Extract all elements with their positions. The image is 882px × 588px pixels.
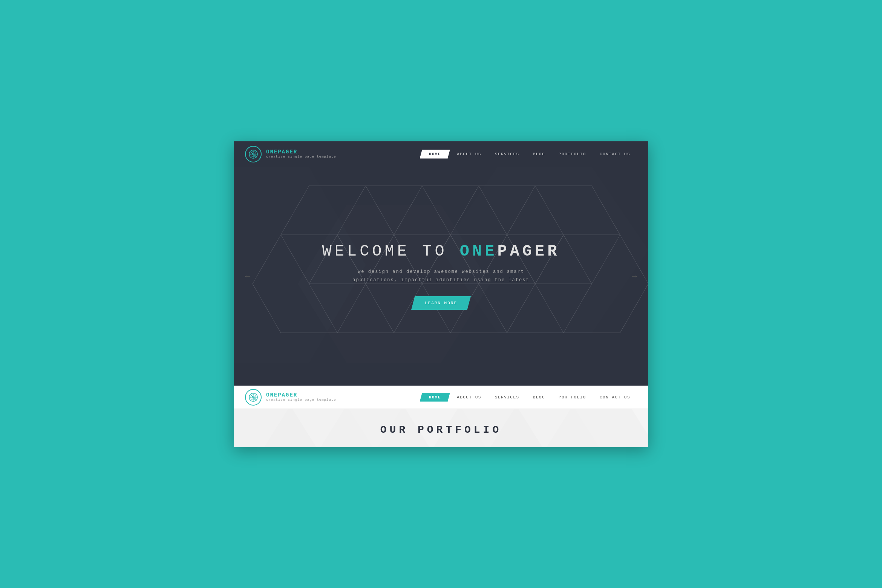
bottom-logo-icon xyxy=(245,389,262,406)
bottom-nav-home[interactable]: HOME xyxy=(420,393,450,402)
hero-subtitle: we design and develop awesome websites a… xyxy=(322,268,560,284)
logo-subtitle: creative single page template xyxy=(266,155,336,159)
bottom-logo-text: ONEPAGER creative single page template xyxy=(266,392,336,402)
bottom-nav-contact[interactable]: CONTACT US xyxy=(593,393,637,402)
nav-portfolio[interactable]: PORTFOLIO xyxy=(552,150,593,159)
browser-window: ONEPAGER creative single page template H… xyxy=(234,141,648,447)
bottom-nav-portfolio[interactable]: PORTFOLIO xyxy=(552,393,593,402)
hero-prev-button[interactable]: ← xyxy=(241,268,254,285)
bottom-nav-blog[interactable]: BLOG xyxy=(526,393,552,402)
bottom-logo-name: ONEPAGER xyxy=(266,392,336,398)
nav-about[interactable]: ABOUT US xyxy=(450,150,488,159)
bottom-nav-services[interactable]: SERVICES xyxy=(488,393,526,402)
hero-next-button[interactable]: → xyxy=(628,268,641,285)
hero-title: WELCOME TO ONEPAGER xyxy=(322,242,560,260)
nav-services[interactable]: SERVICES xyxy=(488,150,526,159)
top-navbar: ONEPAGER creative single page template H… xyxy=(234,141,648,167)
portfolio-title: OUR PORTFOLIO xyxy=(245,424,637,439)
logo-name: ONEPAGER xyxy=(266,149,336,155)
bottom-nav-about[interactable]: ABOUT US xyxy=(450,393,488,402)
hero-cta-button[interactable]: LEARN MORE xyxy=(411,296,471,310)
bottom-navbar: ONEPAGER creative single page template H… xyxy=(234,386,648,409)
bottom-nav-links: HOME ABOUT US SERVICES BLOG PORTFOLIO CO… xyxy=(420,393,637,402)
hero-content: WELCOME TO ONEPAGER we design and develo… xyxy=(307,242,575,310)
nav-contact[interactable]: CONTACT US xyxy=(593,150,637,159)
nav-home[interactable]: HOME xyxy=(420,150,450,159)
top-logo: ONEPAGER creative single page template xyxy=(245,146,336,162)
nav-blog[interactable]: BLOG xyxy=(526,150,552,159)
logo-icon xyxy=(245,146,262,162)
hero-section: ← WELCOME TO ONEPAGER we design and deve… xyxy=(234,167,648,386)
bottom-logo-subtitle: creative single page template xyxy=(266,398,336,402)
top-nav-links: HOME ABOUT US SERVICES BLOG PORTFOLIO CO… xyxy=(420,150,637,159)
bottom-logo: ONEPAGER creative single page template xyxy=(245,389,336,406)
logo-text: ONEPAGER creative single page template xyxy=(266,149,336,159)
portfolio-section: OUR PORTFOLIO xyxy=(234,409,648,447)
